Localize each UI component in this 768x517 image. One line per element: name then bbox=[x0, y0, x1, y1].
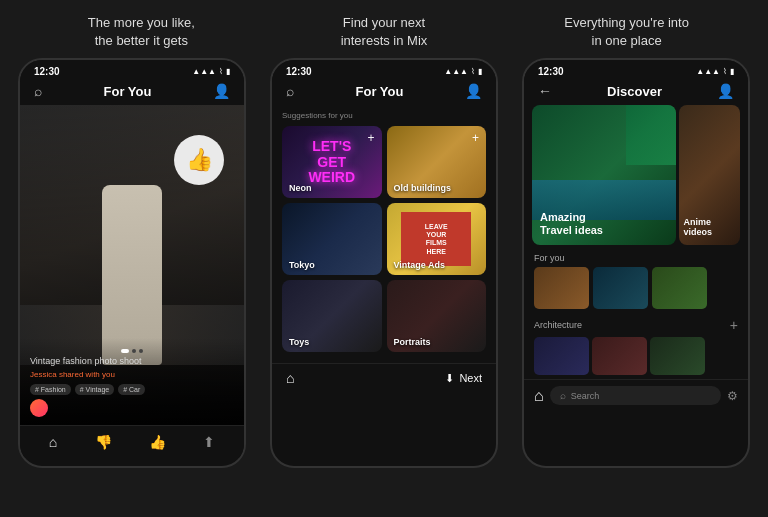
phone3-profile-icon[interactable]: 👤 bbox=[717, 83, 734, 99]
signal-icon2: ▲▲▲ bbox=[444, 67, 468, 76]
home-icon[interactable]: ⌂ bbox=[49, 434, 57, 450]
phones-row: 12:30 ▲▲▲ ⌇ ▮ ⌕ For You 👤 bbox=[0, 58, 768, 517]
phone1: 12:30 ▲▲▲ ⌇ ▮ ⌕ For You 👤 bbox=[18, 58, 246, 468]
search-bar[interactable]: ⌕ Search bbox=[550, 386, 721, 405]
battery-icon2: ▮ bbox=[478, 67, 482, 76]
next-arrow-icon: ⬇ bbox=[445, 372, 454, 385]
neon-item[interactable]: LET'SGETWEIRD Neon + bbox=[282, 126, 382, 198]
neon-plus[interactable]: + bbox=[367, 131, 374, 145]
vintage-text: LEAVE YOUR FILMS HERE bbox=[425, 223, 448, 257]
buildings-plus[interactable]: + bbox=[472, 131, 479, 145]
wifi-icon2: ⌇ bbox=[471, 67, 475, 76]
thumb-item2[interactable] bbox=[593, 267, 648, 309]
like-icon[interactable]: 👍 bbox=[149, 434, 166, 450]
phone2-status-icons: ▲▲▲ ⌇ ▮ bbox=[444, 67, 482, 76]
phone2: 12:30 ▲▲▲ ⌇ ▮ ⌕ For You 👤 Suggestions fo… bbox=[270, 58, 498, 468]
phone1-content: 👍 Vintage fashion photo shoot Jessica sh… bbox=[20, 105, 244, 425]
screen3-title: Everything you're into in one place bbox=[564, 15, 689, 48]
hero-right-label: Anime videos bbox=[684, 217, 713, 237]
tag-fashion[interactable]: # Fashion bbox=[30, 384, 71, 395]
vintage-inner: LEAVE YOUR FILMS HERE bbox=[401, 212, 471, 266]
phone2-home-icon[interactable]: ⌂ bbox=[286, 370, 294, 386]
phone3-back-icon[interactable]: ← bbox=[538, 83, 552, 99]
header-row: The more you like, the better it gets Fi… bbox=[0, 0, 768, 58]
search-text: Search bbox=[571, 391, 600, 401]
phone2-content: Suggestions for you LET'SGETWEIRD Neon +… bbox=[272, 105, 496, 363]
dot1 bbox=[121, 349, 129, 353]
next-label: Next bbox=[459, 372, 482, 384]
battery-icon: ▮ bbox=[226, 67, 230, 76]
caption: Vintage fashion photo shoot bbox=[30, 356, 234, 366]
neon-label: Neon bbox=[289, 183, 312, 193]
phone3-home-icon[interactable]: ⌂ bbox=[534, 387, 544, 405]
phone1-time: 12:30 bbox=[34, 66, 60, 77]
hero-left[interactable]: Amazing Travel ideas bbox=[532, 105, 676, 245]
phone3-status-bar: 12:30 ▲▲▲ ⌇ ▮ bbox=[524, 60, 748, 79]
phone1-bottom-overlay: Vintage fashion photo shoot Jessica shar… bbox=[20, 338, 244, 425]
hero-grid: Amazing Travel ideas Anime videos bbox=[524, 105, 748, 245]
phone2-bottom: ⌂ ⬇ Next bbox=[272, 363, 496, 392]
screen2-title: Find your next interests in Mix bbox=[341, 15, 428, 48]
buildings-item[interactable]: Old buildings + bbox=[387, 126, 487, 198]
grid-row3: Toys Portraits bbox=[282, 280, 486, 352]
phone3-time: 12:30 bbox=[538, 66, 564, 77]
phone3-nav: ← Discover 👤 bbox=[524, 79, 748, 105]
phone2-search-icon[interactable]: ⌕ bbox=[286, 83, 294, 99]
tokyo-item[interactable]: Tokyo bbox=[282, 203, 382, 275]
phone1-nav: ⌕ For You 👤 bbox=[20, 79, 244, 105]
arch-thumb1[interactable] bbox=[534, 337, 589, 375]
arch-plus-icon[interactable]: + bbox=[730, 317, 738, 333]
neon-text: LET'SGETWEIRD bbox=[308, 139, 355, 185]
avatar-row bbox=[30, 399, 234, 417]
toys-label: Toys bbox=[289, 337, 309, 347]
phone1-search-icon[interactable]: ⌕ bbox=[34, 83, 42, 99]
tag-car[interactable]: # Car bbox=[118, 384, 145, 395]
phone2-profile-icon[interactable]: 👤 bbox=[465, 83, 482, 99]
dot2 bbox=[132, 349, 136, 353]
toys-item[interactable]: Toys bbox=[282, 280, 382, 352]
arch-label: Architecture bbox=[534, 320, 582, 330]
arch-thumb2[interactable] bbox=[592, 337, 647, 375]
dislike-icon[interactable]: 👎 bbox=[95, 434, 112, 450]
next-button[interactable]: ⬇ Next bbox=[445, 372, 482, 385]
phone3-status-icons: ▲▲▲ ⌇ ▮ bbox=[696, 67, 734, 76]
wifi-icon: ⌇ bbox=[219, 67, 223, 76]
progress-dots bbox=[30, 346, 234, 356]
hero-label: Amazing Travel ideas bbox=[540, 211, 603, 237]
hero-right[interactable]: Anime videos bbox=[679, 105, 741, 245]
signal-icon: ▲▲▲ bbox=[192, 67, 216, 76]
phone3-bottom: ⌂ ⌕ Search ⚙ bbox=[524, 379, 748, 411]
dot3 bbox=[139, 349, 143, 353]
app-container: The more you like, the better it gets Fi… bbox=[0, 0, 768, 517]
portraits-item[interactable]: Portraits bbox=[387, 280, 487, 352]
shared-text: Jessica shared with you bbox=[30, 370, 234, 379]
screen1-header: The more you like, the better it gets bbox=[27, 14, 255, 50]
phone1-profile-icon[interactable]: 👤 bbox=[213, 83, 230, 99]
screen2-header: Find your next interests in Mix bbox=[270, 14, 498, 50]
phone2-time: 12:30 bbox=[286, 66, 312, 77]
tag-vintage[interactable]: # Vintage bbox=[75, 384, 114, 395]
wifi-icon3: ⌇ bbox=[723, 67, 727, 76]
phone1-status-icons: ▲▲▲ ⌇ ▮ bbox=[192, 67, 230, 76]
phone3-nav-title: Discover bbox=[607, 84, 662, 99]
battery-icon3: ▮ bbox=[730, 67, 734, 76]
share-icon[interactable]: ⬆ bbox=[203, 434, 215, 450]
filter-icon[interactable]: ⚙ bbox=[727, 389, 738, 403]
screen1-title: The more you like, the better it gets bbox=[88, 15, 195, 48]
phone1-image: 👍 Vintage fashion photo shoot Jessica sh… bbox=[20, 105, 244, 425]
phone2-nav-title: For You bbox=[356, 84, 404, 99]
thumb-item1[interactable] bbox=[534, 267, 589, 309]
tokyo-label: Tokyo bbox=[289, 260, 315, 270]
phone2-nav: ⌕ For You 👤 bbox=[272, 79, 496, 105]
thumb-item3[interactable] bbox=[652, 267, 707, 309]
phone3-content: Amazing Travel ideas Anime videos For yo… bbox=[524, 105, 748, 379]
palm-area bbox=[626, 105, 676, 165]
arch-section-row: Architecture + bbox=[524, 313, 748, 335]
screen3-header: Everything you're into in one place bbox=[513, 14, 741, 50]
vintage-item[interactable]: LEAVE YOUR FILMS HERE Vintage Ads bbox=[387, 203, 487, 275]
grid-row1: LET'SGETWEIRD Neon + Old buildings + bbox=[282, 126, 486, 198]
phone2-status-bar: 12:30 ▲▲▲ ⌇ ▮ bbox=[272, 60, 496, 79]
arch-thumb3[interactable] bbox=[650, 337, 705, 375]
for-you-thumbs bbox=[524, 265, 748, 313]
buildings-label: Old buildings bbox=[394, 183, 452, 193]
